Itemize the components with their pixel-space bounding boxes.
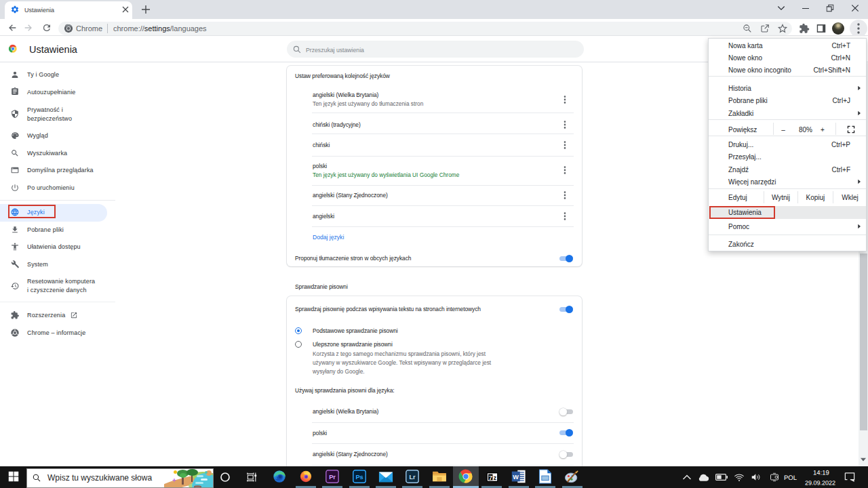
svg-text:Ps: Ps bbox=[355, 474, 363, 481]
svg-text:W: W bbox=[513, 474, 519, 481]
svg-text:POL: POL bbox=[784, 474, 797, 481]
svg-text:Lr: Lr bbox=[409, 474, 416, 481]
svg-text:z: z bbox=[493, 474, 496, 481]
svg-text:29.09.2022: 29.09.2022 bbox=[805, 479, 835, 486]
svg-text:Pr: Pr bbox=[329, 474, 336, 481]
svg-text:14:19: 14:19 bbox=[813, 468, 829, 476]
svg-text:7: 7 bbox=[488, 474, 492, 481]
